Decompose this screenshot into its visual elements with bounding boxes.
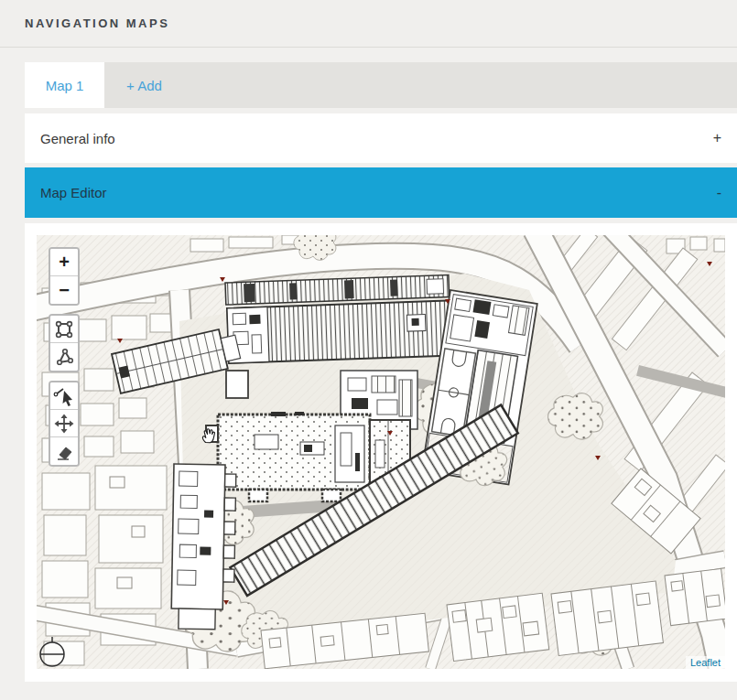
tab-map-1-label: Map 1 — [46, 78, 84, 93]
map-editor-panel: + − — [25, 223, 737, 682]
accordion-map-editor[interactable]: Map Editor - — [25, 167, 737, 218]
draw-polygon-button[interactable] — [50, 343, 78, 371]
leaflet-link[interactable]: Leaflet — [690, 657, 721, 668]
zoom-out-button[interactable]: − — [50, 276, 78, 304]
accordion-map-editor-label: Map Editor — [40, 185, 107, 200]
main-content: Map 1 + Add General info + Map Editor - — [25, 62, 737, 682]
map-canvas-art — [37, 235, 725, 669]
zoom-in-button[interactable]: + — [50, 249, 78, 276]
draw-toolbar — [49, 314, 80, 372]
collapse-icon: - — [717, 185, 721, 201]
tab-add-label: + Add — [126, 78, 162, 93]
zoom-control: + − — [49, 247, 80, 306]
accordion-general-info[interactable]: General info + — [25, 113, 737, 163]
edit-cursor-icon — [50, 382, 78, 410]
move-icon — [50, 410, 78, 437]
tab-add-map[interactable]: + Add — [104, 62, 184, 108]
draw-rectangle-button[interactable] — [50, 316, 78, 343]
delete-features-button[interactable] — [50, 437, 78, 465]
rectangle-icon — [50, 316, 78, 343]
map-editor-canvas[interactable]: + − — [37, 235, 725, 669]
leaflet-attribution: Leaflet — [686, 656, 725, 669]
eraser-icon — [50, 437, 78, 465]
app-header: NAVIGATION MAPS — [0, 0, 737, 48]
edit-features-button[interactable] — [50, 382, 78, 410]
edit-toolbar — [49, 381, 80, 467]
polygon-icon — [50, 343, 78, 371]
tab-map-1[interactable]: Map 1 — [25, 62, 104, 108]
move-features-button[interactable] — [50, 410, 78, 437]
accordion-general-info-label: General info — [40, 131, 115, 146]
page-title: NAVIGATION MAPS — [25, 16, 169, 30]
map-tabs: Map 1 + Add — [25, 62, 737, 108]
expand-icon: + — [713, 130, 721, 146]
